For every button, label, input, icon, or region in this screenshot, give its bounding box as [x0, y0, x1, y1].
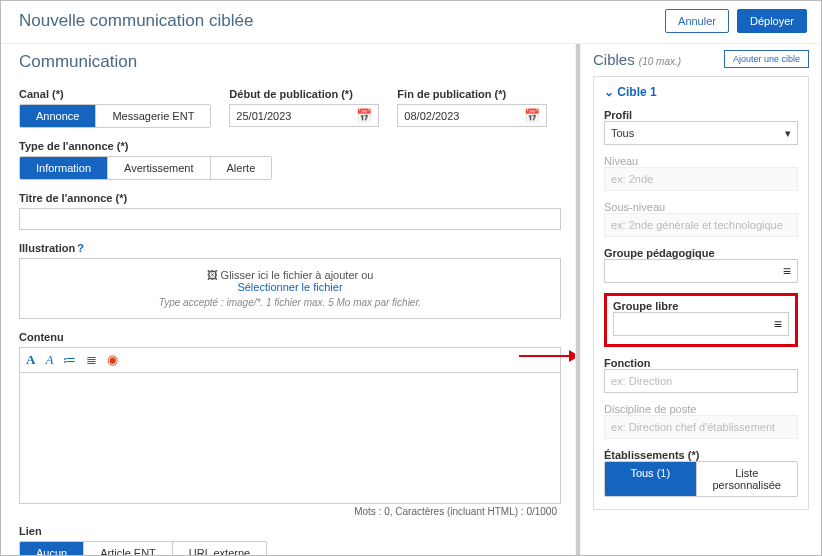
help-icon[interactable]: ? — [77, 242, 84, 254]
sousniveau-label: Sous-niveau — [604, 201, 798, 213]
page-title: Nouvelle communication ciblée — [19, 11, 253, 31]
content-label: Contenu — [19, 331, 561, 343]
right-panel: Cibles (10 max.) Ajouter une cible Cible… — [581, 44, 821, 556]
type-avertissement[interactable]: Avertissement — [108, 157, 211, 179]
end-date-input[interactable]: 08/02/2023 📅 — [397, 104, 547, 127]
discipline-input[interactable]: ex: Direction chef d'établissement — [604, 415, 798, 439]
etab-segmented: Tous (1) Liste personnalisée — [604, 461, 798, 497]
channel-segmented: Annonce Messagerie ENT — [19, 104, 211, 128]
targets-heading: Cibles (10 max.) — [593, 51, 681, 68]
end-date-value: 08/02/2023 — [404, 110, 459, 122]
left-panel: Communication Canal (*) Annonce Messager… — [1, 44, 575, 556]
char-counter: Mots : 0, Caractères (incluant HTML) : 0… — [19, 504, 561, 519]
target-1-toggle[interactable]: Cible 1 — [604, 85, 798, 99]
title-input[interactable] — [19, 208, 561, 230]
start-date-input[interactable]: 25/01/2023 📅 — [229, 104, 379, 127]
targets-max-hint: (10 max.) — [639, 56, 681, 67]
editor-toolbar: A A ≔ ≣ ◉ — [20, 348, 560, 373]
link-none[interactable]: Aucun — [20, 542, 84, 556]
type-label: Type de l'annonce (*) — [19, 140, 561, 152]
italic-icon[interactable]: A — [45, 352, 53, 368]
start-date-value: 25/01/2023 — [236, 110, 291, 122]
profil-value: Tous — [611, 127, 634, 139]
niveau-label: Niveau — [604, 155, 798, 167]
illustration-dropzone[interactable]: 🖾 Glisser ici le fichier à ajouter ou Sé… — [19, 258, 561, 319]
cancel-button[interactable]: Annuler — [665, 9, 729, 33]
groupe-libre-input[interactable]: ≡ — [613, 312, 789, 336]
panel-divider[interactable] — [575, 44, 581, 556]
menu-icon[interactable]: ≡ — [774, 316, 782, 332]
add-target-button[interactable]: Ajouter une cible — [724, 50, 809, 68]
fonction-input[interactable]: ex: Direction — [604, 369, 798, 393]
editor-textarea[interactable] — [20, 373, 560, 503]
profil-select[interactable]: Tous ▾ — [604, 121, 798, 145]
calendar-icon[interactable]: 📅 — [356, 108, 372, 123]
deploy-button[interactable]: Déployer — [737, 9, 807, 33]
link-label: Lien — [19, 525, 561, 537]
type-information[interactable]: Information — [20, 157, 108, 179]
groupe-libre-label: Groupe libre — [613, 300, 789, 312]
groupe-peda-input[interactable]: ≡ — [604, 259, 798, 283]
communication-heading: Communication — [19, 52, 561, 72]
chevron-down-icon: ▾ — [785, 127, 791, 140]
channel-annonce[interactable]: Annonce — [20, 105, 96, 127]
upload-icon: 🖾 — [207, 269, 218, 281]
color-icon[interactable]: ◉ — [107, 352, 118, 368]
callout-arrow-icon — [519, 346, 575, 366]
groupe-peda-label: Groupe pédagogique — [604, 247, 798, 259]
link-url[interactable]: URL externe — [173, 542, 266, 556]
menu-icon[interactable]: ≡ — [783, 263, 791, 279]
profil-label: Profil — [604, 109, 798, 121]
fonction-label: Fonction — [604, 357, 798, 369]
type-segmented: Information Avertissement Alerte — [19, 156, 272, 180]
top-actions: Annuler Déployer — [665, 9, 807, 33]
channel-label: Canal (*) — [19, 88, 211, 100]
type-alerte[interactable]: Alerte — [211, 157, 272, 179]
title-label: Titre de l'annonce (*) — [19, 192, 561, 204]
end-date-label: Fin de publication (*) — [397, 88, 547, 100]
calendar-icon[interactable]: 📅 — [524, 108, 540, 123]
channel-messagerie[interactable]: Messagerie ENT — [96, 105, 210, 127]
numbered-list-icon[interactable]: ≣ — [86, 352, 97, 368]
select-file-link[interactable]: Sélectionner le fichier — [24, 281, 556, 293]
etab-tous[interactable]: Tous (1) — [605, 462, 697, 496]
sousniveau-input[interactable]: ex: 2nde générale et technologique — [604, 213, 798, 237]
rich-editor: A A ≔ ≣ ◉ — [19, 347, 561, 504]
start-date-label: Début de publication (*) — [229, 88, 379, 100]
illustration-label: Illustration? — [19, 242, 561, 254]
target-1: Cible 1 Profil Tous ▾ Niveau ex: 2nde So… — [593, 76, 809, 510]
niveau-input[interactable]: ex: 2nde — [604, 167, 798, 191]
link-article[interactable]: Article ENT — [84, 542, 173, 556]
bold-icon[interactable]: A — [26, 352, 35, 368]
dropzone-text: Glisser ici le fichier à ajouter ou — [221, 269, 374, 281]
etab-liste[interactable]: Liste personnalisée — [697, 462, 798, 496]
bullet-list-icon[interactable]: ≔ — [63, 352, 76, 368]
discipline-label: Discipline de poste — [604, 403, 798, 415]
dropzone-hint: Type accepté : image/*. 1 fichier max. 5… — [24, 297, 556, 308]
etab-label: Établissements (*) — [604, 449, 798, 461]
link-segmented: Aucun Article ENT URL externe — [19, 541, 267, 556]
groupe-libre-highlight: Groupe libre ≡ — [604, 293, 798, 347]
